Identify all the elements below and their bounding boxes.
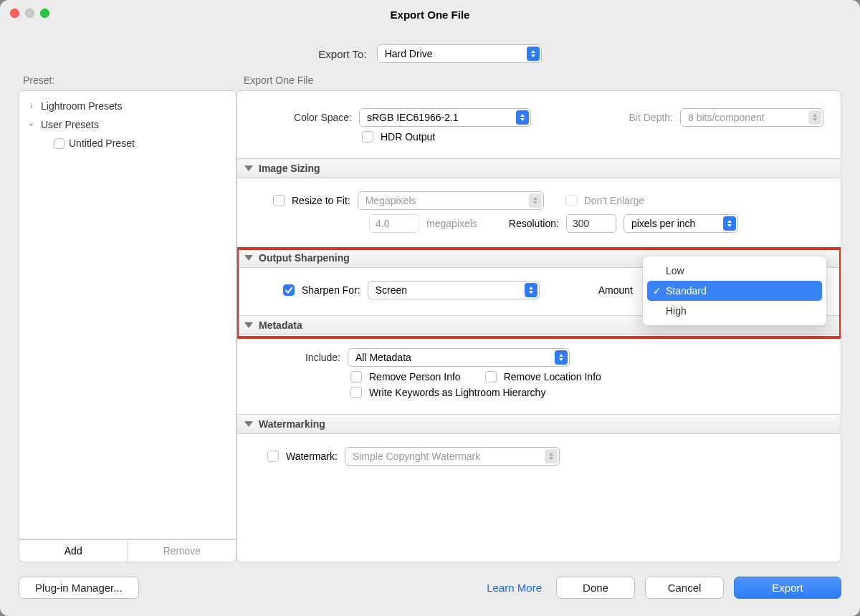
done-button[interactable]: Done — [556, 577, 635, 599]
resize-label: Resize to Fit: — [292, 195, 350, 206]
remove-location-label: Remove Location Info — [504, 371, 601, 382]
resize-checkbox[interactable] — [273, 195, 285, 206]
resize-method-select: Megapixels — [358, 191, 544, 210]
preset-group-label: Lightroom Presets — [41, 100, 123, 112]
titlebar: Export One File — [0, 0, 860, 29]
write-hierarchy-checkbox[interactable] — [350, 387, 362, 398]
preset-item-label: Untitled Preset — [69, 138, 135, 149]
main-heading: Export One File — [236, 74, 841, 90]
learn-more-link[interactable]: Learn More — [487, 582, 546, 594]
export-to-label: Export To: — [318, 48, 366, 60]
sharpen-for-value: Screen — [376, 284, 407, 296]
sharpen-for-select[interactable]: Screen — [368, 281, 540, 299]
write-hierarchy-label: Write Keywords as Lightroom Hierarchy — [369, 387, 545, 398]
section-watermarking[interactable]: Watermarking — [237, 414, 841, 434]
bit-depth-value: 8 bits/component — [688, 112, 765, 123]
amount-label: Amount — [598, 284, 633, 296]
section-title: Output Sharpening — [259, 252, 350, 264]
triangle-down-icon — [244, 421, 253, 427]
settings-panel: Color Space: sRGB IEC61966-2.1 Bit Depth… — [236, 90, 841, 562]
export-to-value: Hard Drive — [385, 48, 433, 59]
stepper-icon — [525, 283, 538, 297]
color-space-value: sRGB IEC61966-2.1 — [367, 112, 459, 123]
section-title: Image Sizing — [259, 163, 320, 174]
megapixels-input — [369, 214, 419, 233]
triangle-down-icon — [244, 255, 253, 261]
close-icon[interactable] — [10, 9, 19, 18]
chevron-down-icon: › — [27, 120, 36, 130]
preset-tree[interactable]: › Lightroom Presets › User Presets Untit… — [19, 90, 236, 539]
remove-person-label: Remove Person Info — [369, 371, 461, 382]
stepper-icon — [808, 110, 821, 125]
checkbox-icon[interactable] — [54, 138, 64, 149]
sharpen-checkbox[interactable] — [283, 284, 295, 296]
zoom-icon[interactable] — [40, 9, 49, 18]
export-dialog: Export One File Export To: Hard Drive Pr… — [0, 0, 860, 616]
remove-preset-button: Remove — [128, 539, 237, 562]
amount-option-high[interactable]: High — [647, 301, 822, 321]
amount-option-standard[interactable]: Standard — [647, 281, 822, 301]
add-preset-button[interactable]: Add — [19, 539, 128, 562]
remove-location-checkbox[interactable] — [485, 371, 497, 382]
resolution-input[interactable] — [566, 214, 616, 233]
export-to-select[interactable]: Hard Drive — [377, 44, 542, 63]
dont-enlarge-label: Don't Enlarge — [584, 195, 644, 206]
minimize-icon — [25, 9, 34, 18]
stepper-icon — [723, 216, 736, 231]
resolution-label: Resolution: — [509, 218, 559, 229]
resolution-unit-value: pixels per inch — [631, 218, 696, 229]
preset-heading: Preset: — [19, 74, 236, 90]
stepper-icon — [529, 193, 542, 208]
section-image-sizing[interactable]: Image Sizing — [237, 158, 841, 178]
watermark-select: Simple Copyright Watermark — [345, 447, 560, 466]
plugin-manager-button[interactable]: Plug-in Manager... — [19, 577, 139, 599]
triangle-down-icon — [244, 322, 253, 328]
watermark-label: Watermark: — [286, 451, 338, 462]
color-space-label: Color Space: — [254, 112, 352, 123]
stepper-icon — [555, 350, 568, 365]
watermark-checkbox[interactable] — [267, 451, 279, 462]
hdr-label: HDR Output — [381, 131, 435, 143]
bit-depth-label: Bit Depth: — [629, 112, 673, 123]
dont-enlarge-checkbox — [565, 195, 577, 206]
color-space-select[interactable]: sRGB IEC61966-2.1 — [359, 108, 531, 127]
include-metadata-select[interactable]: All Metadata — [348, 348, 570, 367]
include-label: Include: — [254, 352, 340, 363]
remove-person-checkbox[interactable] — [350, 371, 362, 382]
bit-depth-select: 8 bits/component — [680, 108, 823, 127]
section-title: Metadata — [259, 319, 302, 331]
amount-option-low[interactable]: Low — [647, 261, 822, 281]
stepper-icon — [545, 449, 558, 463]
chevron-right-icon: › — [27, 102, 37, 110]
watermark-value: Simple Copyright Watermark — [353, 451, 480, 462]
megapixels-unit: megapixels — [426, 218, 477, 229]
preset-group-lightroom[interactable]: › Lightroom Presets — [22, 97, 233, 115]
resize-method-value: Megapixels — [366, 195, 416, 206]
stepper-icon — [516, 110, 529, 125]
section-title: Watermarking — [259, 418, 325, 430]
resolution-unit-select[interactable]: pixels per inch — [624, 214, 738, 233]
export-button[interactable]: Export — [734, 577, 841, 599]
include-value: All Metadata — [355, 352, 411, 363]
stepper-icon — [527, 47, 540, 61]
amount-dropdown[interactable]: Low Standard High — [642, 256, 827, 326]
preset-item[interactable]: Untitled Preset — [22, 134, 233, 153]
triangle-down-icon — [244, 165, 253, 171]
cancel-button[interactable]: Cancel — [645, 577, 724, 599]
preset-group-user[interactable]: › User Presets — [22, 115, 233, 134]
sharpen-label: Sharpen For: — [302, 284, 360, 296]
window-title: Export One File — [391, 9, 470, 21]
hdr-checkbox[interactable] — [362, 131, 373, 143]
preset-group-label: User Presets — [41, 119, 99, 130]
